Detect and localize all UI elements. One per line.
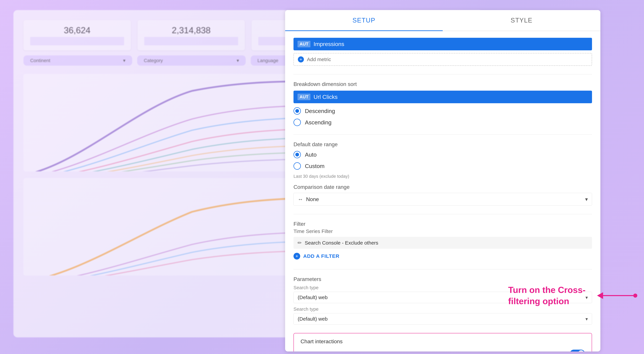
date-custom-option[interactable]: Custom: [294, 162, 592, 170]
url-chip-label: Url Clicks: [314, 94, 338, 100]
filter-continent-label: Continent: [30, 58, 50, 63]
breakdown-sort-section: Breakdown dimension sort AUT Url Clicks …: [294, 81, 592, 126]
comparison-label: Comparison date range: [294, 184, 592, 190]
chart-interactions-box: Chart interactions Cross-filtering Zoom: [294, 333, 592, 351]
comparison-dropdown[interactable]: ↔ None ▾: [294, 193, 592, 206]
arrow-line: [603, 295, 633, 296]
comparison-chevron-icon: ▾: [585, 196, 588, 202]
filter-section: Filter Time Series Filter ✏ Search Conso…: [294, 221, 592, 261]
sort-ascending-option[interactable]: Ascending: [294, 119, 592, 126]
filter-continent: Continent ▾: [24, 55, 132, 66]
sort-ascending-radio: [294, 119, 301, 126]
date-custom-label: Custom: [305, 163, 324, 169]
filter-chip-label: Search Console - Exclude others: [305, 240, 378, 246]
mini-chart-1: [30, 37, 124, 45]
aut-badge-metric: AUT: [298, 41, 310, 47]
add-filter-plus-icon: +: [294, 253, 300, 259]
stat-card-2: 2,314,838: [138, 20, 245, 50]
annotation: Turn on the Cross-filtering option: [508, 284, 637, 307]
filter-category: Category ▾: [137, 55, 246, 66]
filter-subtitle: Time Series Filter: [294, 228, 592, 234]
param-dropdown-2[interactable]: (Default) web ▾: [294, 313, 592, 325]
date-range-section: Default date range Auto Custom Last 30 d…: [294, 141, 592, 206]
param-chevron-2-icon: ▾: [586, 316, 588, 322]
divider-4: [294, 269, 592, 269]
annotation-text: Turn on the Cross-filtering option: [508, 284, 592, 307]
arrow-head-icon: [597, 292, 603, 299]
sort-descending-label: Descending: [305, 108, 335, 114]
filter-chip[interactable]: ✏ Search Console - Exclude others: [294, 237, 592, 249]
metric-section: AUT Impressions + Add metric: [294, 38, 592, 66]
arrow-icon: ↔: [298, 196, 303, 202]
dot-connector-icon: [633, 293, 637, 298]
pencil-icon: ✏: [298, 240, 302, 246]
divider-2: [294, 134, 592, 135]
date-auto-radio: [294, 151, 301, 158]
divider-3: [294, 214, 592, 214]
filter-language-label: Language: [258, 58, 278, 63]
stat-card-1: 36,624: [24, 20, 131, 50]
add-filter-button[interactable]: + ADD A FILTER: [294, 251, 592, 261]
add-filter-text: ADD A FILTER: [303, 253, 340, 259]
param-label-2: Search type: [294, 306, 592, 312]
cross-filtering-label: Cross-filtering: [300, 351, 332, 351]
date-auto-option[interactable]: Auto: [294, 151, 592, 158]
stat-value-2: 2,314,838: [144, 25, 238, 35]
tab-setup[interactable]: SETUP: [285, 10, 443, 31]
date-custom-radio: [294, 162, 301, 170]
sort-descending-radio: [294, 107, 301, 115]
stat-value-1: 36,624: [30, 25, 124, 35]
sort-ascending-label: Ascending: [305, 119, 332, 126]
mini-chart-2: [144, 37, 238, 45]
cross-filtering-row: Cross-filtering: [300, 350, 585, 351]
tab-style[interactable]: STYLE: [443, 10, 600, 31]
add-metric-button[interactable]: + Add metric: [294, 53, 592, 66]
chart-interactions-title: Chart interactions: [300, 338, 585, 344]
filter-category-label: Category: [144, 58, 163, 63]
date-range-title: Default date range: [294, 141, 592, 148]
comparison-value: None: [306, 196, 585, 202]
filter-title: Filter: [294, 221, 592, 227]
aut-badge-url: AUT: [298, 94, 310, 100]
param-row-2: Search type (Default) web ▾: [294, 306, 592, 325]
parameters-title: Parameters: [294, 276, 592, 282]
annotation-arrow: [597, 292, 637, 299]
cross-filtering-toggle-thumb: [578, 350, 584, 351]
date-auto-label: Auto: [305, 151, 317, 158]
date-note: Last 30 days (exclude today): [294, 174, 592, 179]
panel-tabs: SETUP STYLE: [285, 10, 600, 31]
metric-chip-label: Impressions: [314, 41, 344, 47]
sort-descending-option[interactable]: Descending: [294, 107, 592, 115]
add-metric-plus-icon: +: [298, 56, 304, 63]
add-metric-text: Add metric: [307, 57, 331, 62]
url-chip[interactable]: AUT Url Clicks: [294, 91, 592, 103]
param-value-2: (Default) web: [298, 316, 586, 322]
metric-chip[interactable]: AUT Impressions: [294, 38, 592, 50]
breakdown-label: Breakdown dimension sort: [294, 81, 592, 87]
cross-filtering-toggle[interactable]: [570, 350, 585, 351]
